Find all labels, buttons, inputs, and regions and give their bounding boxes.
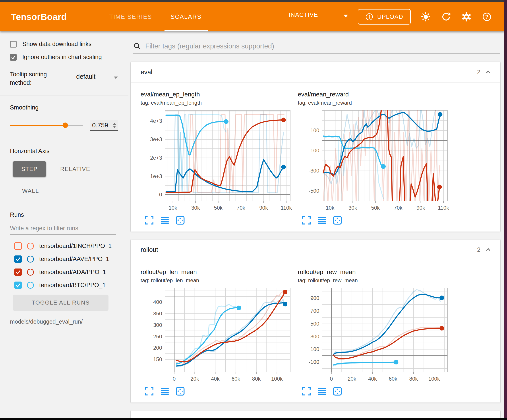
svg-text:50k: 50k bbox=[371, 205, 380, 211]
fullscreen-icon[interactable] bbox=[145, 216, 154, 225]
stepper-arrows[interactable] bbox=[113, 123, 116, 128]
svg-text:80k: 80k bbox=[409, 376, 418, 382]
svg-text:40k: 40k bbox=[368, 376, 377, 382]
svg-text:350: 350 bbox=[153, 310, 162, 317]
chart-title: eval/mean_reward bbox=[298, 91, 455, 98]
brightness-icon[interactable] bbox=[420, 12, 431, 22]
section-chart-count: 2 bbox=[477, 246, 480, 253]
axis-wall-button[interactable]: WALL bbox=[22, 187, 128, 194]
tag-filter-input[interactable] bbox=[145, 42, 500, 50]
help-icon[interactable]: ? bbox=[482, 12, 492, 22]
tab-bar: TIME SERIES SCALARS bbox=[100, 2, 211, 31]
svg-text:250: 250 bbox=[153, 334, 162, 339]
run-row-ada: tensorboard/ADA/PPO_1 bbox=[14, 269, 128, 276]
svg-text:-100: -100 bbox=[309, 359, 319, 365]
fit-domain-icon[interactable] bbox=[176, 387, 185, 396]
svg-text:0: 0 bbox=[173, 376, 176, 382]
line-chart[interactable]: 10k30k50k70k90k110k100-100-300-500 bbox=[298, 108, 451, 212]
fullscreen-icon[interactable] bbox=[145, 387, 154, 396]
header-controls: INACTIVE UPLOAD bbox=[289, 9, 492, 25]
chevron-up-icon[interactable] bbox=[485, 70, 491, 74]
svg-text:20k: 20k bbox=[190, 376, 199, 382]
smoothing-row bbox=[10, 120, 118, 131]
svg-text:300: 300 bbox=[153, 322, 162, 328]
svg-text:110k: 110k bbox=[281, 205, 292, 211]
section-content-rollout: rollout/ep_len_mean tag: rollout/ep_len_… bbox=[131, 260, 500, 403]
data-table-icon[interactable] bbox=[317, 387, 327, 396]
svg-text:?: ? bbox=[485, 14, 489, 20]
chart-eval-mean-reward: eval/mean_reward tag: eval/mean_reward 1… bbox=[298, 91, 455, 226]
svg-text:-500: -500 bbox=[309, 188, 319, 194]
tooltip-sorting-select[interactable]: default bbox=[76, 73, 118, 83]
svg-text:100: 100 bbox=[310, 127, 319, 133]
search-icon bbox=[133, 42, 141, 50]
line-chart[interactable]: 020k40k60k80k100k-100100300500700900 bbox=[298, 286, 451, 383]
line-chart[interactable]: 020k40k60k80k100k150200250300350400 bbox=[141, 286, 293, 383]
fit-domain-icon[interactable] bbox=[176, 216, 185, 225]
smoothing-value-input[interactable] bbox=[92, 122, 108, 129]
run-row-aave: tensorboard/AAVE/PPO_1 bbox=[14, 255, 128, 263]
svg-text:100: 100 bbox=[310, 346, 319, 352]
slider-thumb[interactable] bbox=[63, 123, 68, 128]
chevron-down-icon bbox=[114, 76, 118, 79]
svg-text:30k: 30k bbox=[191, 205, 200, 211]
settings-icon[interactable] bbox=[461, 12, 472, 22]
axis-step-button[interactable]: STEP bbox=[13, 161, 46, 177]
section-header-time[interactable]: time bbox=[131, 411, 500, 418]
data-table-icon[interactable] bbox=[317, 216, 327, 225]
chart-toolbar bbox=[302, 387, 455, 396]
svg-text:70k: 70k bbox=[394, 205, 403, 211]
svg-text:70k: 70k bbox=[237, 205, 246, 211]
axis-relative-button[interactable]: RELATIVE bbox=[60, 166, 90, 172]
run-checkbox[interactable] bbox=[14, 255, 22, 263]
run-status-dropdown[interactable]: INACTIVE bbox=[289, 12, 348, 22]
smoothing-slider[interactable] bbox=[10, 125, 83, 126]
chart-tag: tag: eval/mean_ep_length bbox=[141, 100, 298, 106]
runs-list: tensorboard/1INCH/PPO_1 tensorboard/AAVE… bbox=[0, 242, 128, 289]
chart-title: rollout/ep_rew_mean bbox=[298, 269, 455, 275]
run-label: tensorboard/AAVE/PPO_1 bbox=[39, 256, 109, 262]
svg-text:-100: -100 bbox=[309, 148, 319, 153]
checkbox[interactable] bbox=[10, 54, 17, 61]
data-table-icon[interactable] bbox=[160, 387, 169, 396]
section-title: rollout bbox=[141, 246, 158, 254]
runs-filter-input[interactable] bbox=[10, 225, 116, 235]
run-checkbox[interactable] bbox=[14, 269, 22, 276]
settings-sidebar: Show data download links Ignore outliers… bbox=[0, 31, 128, 418]
run-color-swatch[interactable] bbox=[27, 269, 34, 275]
tab-time-series[interactable]: TIME SERIES bbox=[100, 2, 161, 31]
run-color-swatch[interactable] bbox=[27, 282, 34, 289]
svg-text:2e+3: 2e+3 bbox=[150, 155, 162, 161]
svg-text:4e+3: 4e+3 bbox=[150, 118, 162, 124]
svg-text:90k: 90k bbox=[416, 205, 425, 211]
line-chart[interactable]: 10k30k50k70k90k110k01e+32e+33e+34e+3 bbox=[141, 108, 293, 212]
svg-text:3e+3: 3e+3 bbox=[150, 136, 162, 142]
app-header: TensorBoard TIME SERIES SCALARS INACTIVE… bbox=[0, 2, 504, 31]
tab-scalars[interactable]: SCALARS bbox=[162, 2, 211, 31]
fullscreen-icon[interactable] bbox=[302, 216, 311, 225]
run-checkbox[interactable] bbox=[14, 282, 22, 289]
section-header-eval[interactable]: eval 2 bbox=[131, 62, 500, 82]
chart-toolbar bbox=[302, 216, 455, 225]
fit-domain-icon[interactable] bbox=[333, 216, 342, 225]
run-color-swatch[interactable] bbox=[27, 256, 34, 262]
toggle-all-runs-button[interactable]: TOGGLE ALL RUNS bbox=[13, 295, 108, 311]
svg-text:-300: -300 bbox=[309, 168, 319, 174]
data-table-icon[interactable] bbox=[160, 216, 169, 225]
horizontal-axis-label: Horizontal Axis bbox=[10, 148, 128, 155]
fullscreen-icon[interactable] bbox=[302, 387, 311, 396]
fit-domain-icon[interactable] bbox=[333, 387, 342, 396]
upload-button[interactable]: UPLOAD bbox=[358, 9, 411, 25]
run-status-label: INACTIVE bbox=[289, 12, 318, 18]
chevron-up-icon[interactable] bbox=[485, 248, 491, 252]
svg-text:20k: 20k bbox=[348, 376, 356, 382]
refresh-icon[interactable] bbox=[441, 12, 451, 22]
run-checkbox[interactable] bbox=[14, 242, 22, 250]
section-header-rollout[interactable]: rollout 2 bbox=[131, 240, 500, 260]
screen-top-edge bbox=[0, 0, 507, 2]
chart-eval-mean-ep-length: eval/mean_ep_length tag: eval/mean_ep_le… bbox=[141, 91, 298, 226]
svg-text:30k: 30k bbox=[348, 205, 357, 211]
run-color-swatch[interactable] bbox=[27, 243, 34, 249]
checkbox[interactable] bbox=[10, 41, 17, 48]
chart-rollout-ep-len-mean: rollout/ep_len_mean tag: rollout/ep_len_… bbox=[141, 269, 298, 397]
